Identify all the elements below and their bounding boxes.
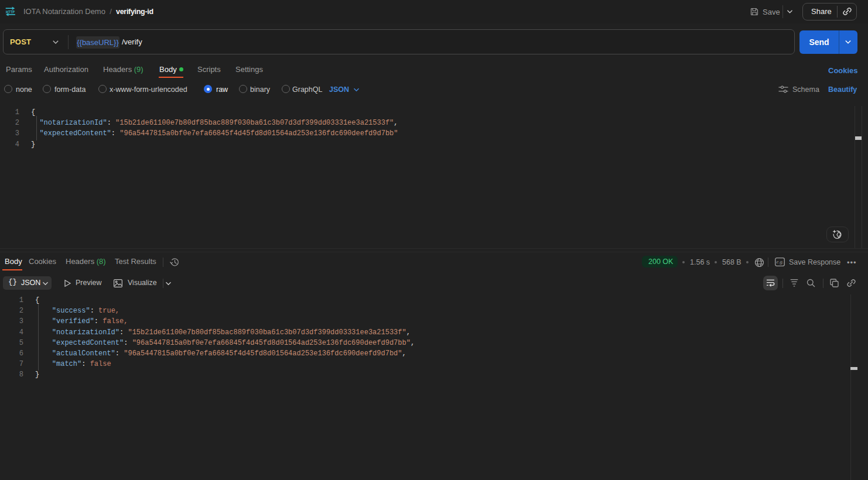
- svg-text:e.g.: e.g.: [777, 259, 784, 265]
- svg-text:HTTP: HTTP: [6, 9, 15, 15]
